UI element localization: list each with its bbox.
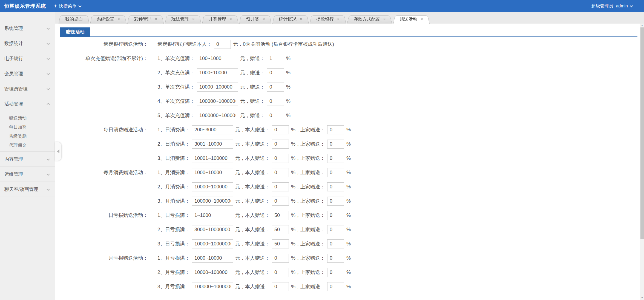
percent-input[interactable] [272, 211, 289, 220]
percent-input[interactable] [272, 239, 289, 248]
range-input[interactable] [197, 111, 238, 120]
range-input[interactable] [192, 282, 233, 291]
range-input[interactable] [192, 140, 233, 149]
range-input[interactable] [192, 268, 233, 277]
scrollbar-down-arrow[interactable]: ▼ [640, 296, 644, 300]
tab-close-icon[interactable]: × [262, 17, 265, 21]
range-input[interactable] [192, 197, 233, 206]
percent-input[interactable] [327, 197, 344, 206]
tab-item[interactable]: 统计概况× [272, 15, 309, 24]
tab-item[interactable]: 彩种管理× [127, 15, 164, 24]
vertical-scrollbar[interactable]: ▲ ▼ [640, 24, 644, 300]
sidebar-item[interactable]: 会员管理 [0, 66, 55, 81]
percent-input[interactable] [272, 225, 289, 234]
sidebar-item-label: 数据统计 [4, 40, 23, 47]
range-input[interactable] [192, 225, 233, 234]
sidebar-subitem[interactable]: 每日加奖 [0, 123, 55, 132]
amount-input[interactable] [214, 40, 231, 49]
percent-input[interactable] [267, 111, 284, 120]
tab-close-icon[interactable]: × [155, 17, 157, 21]
percent-input[interactable] [272, 140, 289, 149]
tab-close-icon[interactable]: × [229, 17, 232, 21]
tab-item[interactable]: 赠送活动× [393, 15, 430, 24]
tab-close-icon[interactable]: × [421, 17, 423, 21]
percent-input[interactable] [267, 97, 284, 106]
percent-input[interactable] [272, 125, 289, 134]
sidebar-item[interactable]: 运维管理 [0, 167, 55, 182]
sidebar-subitem[interactable]: 代理佣金 [0, 141, 55, 150]
sidebar-item[interactable]: 内容管理 [0, 152, 55, 167]
quick-menu-button[interactable]: + 快捷菜单 [54, 3, 81, 9]
panel-tab-active[interactable]: 赠送活动 [60, 27, 90, 36]
tab-close-icon[interactable]: × [117, 17, 120, 21]
percent-input[interactable] [272, 254, 289, 263]
tab-item[interactable]: 系统设置× [90, 15, 127, 24]
percent-input[interactable] [272, 197, 289, 206]
percent-input[interactable] [327, 140, 344, 149]
range-input[interactable] [192, 125, 233, 134]
form-row: 3、月亏损满：元，本人赠送：%，上家赠送：% [60, 282, 637, 291]
tab-close-icon[interactable]: × [300, 17, 302, 21]
percent-input[interactable] [327, 168, 344, 177]
user-menu[interactable]: 超级管理员 admin [591, 3, 633, 9]
scrollbar-thumb[interactable] [640, 27, 644, 239]
percent-input[interactable] [327, 182, 344, 191]
group-label [60, 154, 148, 163]
range-input[interactable] [197, 68, 238, 77]
row-body: 4、单次充值满：元，赠送：% [157, 97, 291, 106]
range-input[interactable] [192, 154, 233, 163]
percent-input[interactable] [327, 154, 344, 163]
group-label [60, 182, 148, 191]
percent-input[interactable] [272, 154, 289, 163]
percent-input[interactable] [272, 282, 289, 291]
range-input[interactable] [197, 83, 238, 92]
scrollbar-up-arrow[interactable]: ▲ [640, 24, 644, 27]
percent-input[interactable] [272, 168, 289, 177]
sidebar-subitem[interactable]: 赠送活动 [0, 114, 55, 123]
sidebar-item[interactable]: 聊天室/动画管理 [0, 182, 55, 197]
tab-label: 统计概况 [279, 17, 297, 21]
field-text: 4、单次充值满： [157, 97, 195, 106]
percent-input[interactable] [327, 225, 344, 234]
tab-item[interactable]: 我的桌面 [59, 15, 89, 24]
percent-input[interactable] [327, 254, 344, 263]
percent-input[interactable] [267, 68, 284, 77]
form-row: 3、日亏损满：元，本人赠送：%，上家赠送：% [60, 239, 637, 248]
sidebar-item[interactable]: 电子银行 [0, 51, 55, 66]
sidebar-item-label: 管理员管理 [4, 86, 28, 92]
form-row: 月亏损赠送活动：1、月亏损满：元，本人赠送：%，上家赠送：% [60, 254, 637, 263]
sidebar-item-label: 系统管理 [4, 25, 23, 32]
percent-input[interactable] [327, 268, 344, 277]
row-body: 3、月亏损满：元，本人赠送：%，上家赠送：% [157, 282, 351, 291]
tab-item[interactable]: 预开奖× [239, 15, 271, 24]
tab-item[interactable]: 存款方式配置× [347, 15, 392, 24]
range-input[interactable] [192, 254, 233, 263]
sidebar-collapse-handle[interactable] [55, 142, 61, 161]
range-input[interactable] [192, 182, 233, 191]
range-input[interactable] [192, 168, 233, 177]
percent-input[interactable] [327, 282, 344, 291]
tab-item[interactable]: 提款银行× [310, 15, 346, 24]
tab-close-icon[interactable]: × [337, 17, 340, 21]
sidebar-item[interactable]: 管理员管理 [0, 81, 55, 96]
tab-close-icon[interactable]: × [383, 17, 386, 21]
range-input[interactable] [197, 97, 238, 106]
percent-input[interactable] [327, 125, 344, 134]
range-input[interactable] [192, 239, 233, 248]
percent-input[interactable] [272, 268, 289, 277]
field-text: 1、月消费满： [157, 168, 190, 177]
tab-close-icon[interactable]: × [192, 17, 195, 21]
range-input[interactable] [192, 211, 233, 220]
percent-input[interactable] [327, 211, 344, 220]
tab-item[interactable]: 玩法管理× [165, 15, 201, 24]
percent-input[interactable] [267, 54, 284, 63]
sidebar-subitem[interactable]: 晋级奖励 [0, 132, 55, 141]
percent-input[interactable] [267, 83, 284, 92]
sidebar-item[interactable]: 系统管理 [0, 21, 55, 36]
sidebar-item[interactable]: 活动管理 [0, 96, 55, 111]
percent-input[interactable] [327, 239, 344, 248]
tab-item[interactable]: 开奖管理× [202, 15, 238, 24]
sidebar-item[interactable]: 数据统计 [0, 36, 55, 51]
percent-input[interactable] [272, 182, 289, 191]
range-input[interactable] [197, 54, 238, 63]
